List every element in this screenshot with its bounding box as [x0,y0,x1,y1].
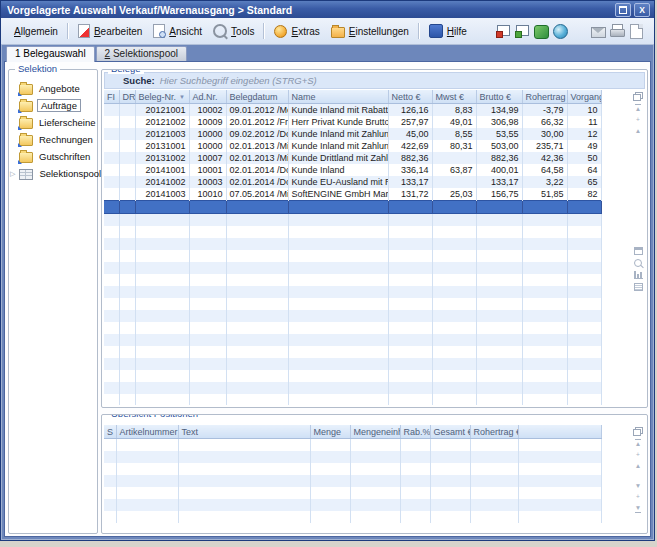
globe-icon[interactable] [553,24,568,39]
sidebar-item-lieferscheine[interactable]: Lieferscheine [9,114,97,131]
document-attach-icon[interactable] [572,24,587,38]
insert-plus-icon[interactable]: + [636,451,640,459]
cell-rohertrag [522,370,567,382]
column-header-gesamt[interactable]: Gesamt € [430,425,470,439]
empty-row[interactable] [104,370,601,382]
empty-row[interactable] [104,214,601,227]
package-icon[interactable] [534,25,549,39]
empty-row[interactable] [104,298,601,310]
table-import-icon[interactable] [515,24,530,38]
copy-icon[interactable] [633,427,643,436]
selected-row[interactable] [104,201,601,214]
empty-row[interactable] [104,322,601,334]
menu-item-allgemein[interactable]: Allgemein [5,24,63,39]
scroll-top-icon[interactable]: ▲ [635,439,641,448]
sidebar-item-rechnungen[interactable]: Rechnungen [9,131,97,148]
empty-row[interactable] [104,475,601,487]
sidebar-item-auftraege[interactable]: Aufträge [9,97,97,114]
line-up-icon[interactable]: ▲ [635,462,641,470]
mail-icon[interactable] [591,27,606,38]
column-header-filler[interactable] [518,425,601,439]
line-up-icon[interactable]: ▲ [635,127,641,135]
empty-row[interactable] [104,226,601,238]
column-header-ad_nr[interactable]: Ad.Nr. [189,90,226,104]
empty-row[interactable] [104,238,601,250]
sidebar-item-angebote[interactable]: Angebote [9,80,97,97]
empty-row[interactable] [104,262,601,274]
scroll-bottom-icon[interactable]: ▼ [635,504,641,513]
table-row[interactable]: 201210031000009.02.2012 /DoKunde Inland … [104,128,601,140]
titlebar[interactable]: Vorgelagerte Auswahl Verkauf/Warenausgan… [1,1,654,18]
empty-row[interactable] [104,511,601,523]
search-input[interactable]: Suche: Hier Suchbegriff eingeben (STRG+S… [104,72,645,89]
print-icon[interactable] [610,24,625,38]
empty-row[interactable] [104,346,601,358]
empty-row[interactable] [104,382,601,394]
column-header-name[interactable]: Name [288,90,388,104]
cell-artikelnummer [116,511,178,523]
cell-ad_nr [189,226,226,238]
column-header-vorgang[interactable]: Vorgang [567,90,601,104]
line-down-icon[interactable]: ▼ [635,482,641,490]
table-export-icon[interactable] [496,24,511,38]
empty-row[interactable] [104,463,601,475]
column-header-artikelnummer[interactable]: Artikelnummer [116,425,178,439]
empty-row[interactable] [104,451,601,463]
column-header-fi[interactable]: FI [104,90,119,104]
insert-plus-icon[interactable]: + [636,116,640,124]
column-header-mwst[interactable]: Mwst € [432,90,476,104]
menu-item-hilfe[interactable]: Hilfe [424,22,472,40]
empty-row[interactable] [104,286,601,298]
empty-row[interactable] [104,394,601,405]
table-row[interactable]: 201210021000920.01.2012 /FrHerr Privat K… [104,116,601,128]
menu-item-bearbeiten[interactable]: Bearbeiten [73,22,147,40]
tab-selektionspool[interactable]: 2 Selektionspool [96,46,187,61]
statistics-icon[interactable] [634,271,643,279]
column-header-beleg_nr[interactable]: Beleg-Nr.▼ [135,90,189,104]
empty-row[interactable] [104,334,601,346]
table-row[interactable]: 201310021000702.01.2013 /MiKunde Drittla… [104,152,601,164]
menu-item-extras[interactable]: Extras [269,23,324,40]
empty-row[interactable] [104,250,601,262]
table-row[interactable]: 201210011000209.01.2012 /MoKunde Inland … [104,104,601,117]
search-icon[interactable] [634,259,642,267]
column-header-rab[interactable]: Rab.% [400,425,430,439]
column-header-netto[interactable]: Netto € [388,90,432,104]
column-header-brutto[interactable]: Brutto € [476,90,522,104]
column-header-text[interactable]: Text [178,425,310,439]
menu-item-ansicht[interactable]: Ansicht [148,22,207,40]
empty-row[interactable] [104,499,601,511]
list-icon[interactable] [634,283,643,291]
table-row[interactable]: 201410031001007.05.2014 /MiSoftENGINE Gm… [104,188,601,201]
copy-icon[interactable] [633,92,643,101]
column-header-rohertrag[interactable]: Rohertrag € [470,425,518,439]
insert-plus-icon[interactable]: + [636,493,640,501]
expander-icon[interactable]: ▷ [10,169,15,178]
empty-row[interactable] [104,274,601,286]
menu-item-einstellungen[interactable]: Einstellungen [326,23,414,40]
sidebar-item-selektionspools[interactable]: ▷Selektionspools [9,165,97,182]
table-row[interactable]: 201410011000102.01.2014 /DoKunde Inland3… [104,164,601,176]
table-row[interactable]: 201410021000302.01.2014 /DoKunde EU-Ausl… [104,176,601,188]
scroll-top-icon[interactable]: ▲ [635,104,641,113]
column-header-mengeneinheit[interactable]: Mengeneinheit [350,425,400,439]
empty-row[interactable] [104,310,601,322]
column-header-menge[interactable]: Menge [310,425,350,439]
menu-item-tools[interactable]: Tools [208,22,259,40]
empty-row[interactable] [104,358,601,370]
cell-fi [104,226,119,238]
sidebar-item-gutschriften[interactable]: Gutschriften [9,148,97,165]
column-header-dr[interactable]: DR [119,90,135,104]
table-row[interactable]: 201310011000002.01.2013 /MiKunde Inland … [104,140,601,152]
empty-row[interactable] [104,439,601,452]
column-header-rohertrag[interactable]: Rohertrag € [522,90,567,104]
menu-hotkey: A [14,26,21,37]
close-button[interactable]: X [634,3,650,17]
new-document-icon[interactable] [630,24,643,39]
empty-row[interactable] [104,487,601,499]
column-header-datum[interactable]: Belegdatum [226,90,288,104]
column-header-s[interactable]: S [104,425,116,439]
tab-belegauswahl[interactable]: 1 Belegauswahl [6,46,95,62]
detail-view-icon[interactable] [634,247,643,255]
restore-button[interactable] [615,3,631,17]
